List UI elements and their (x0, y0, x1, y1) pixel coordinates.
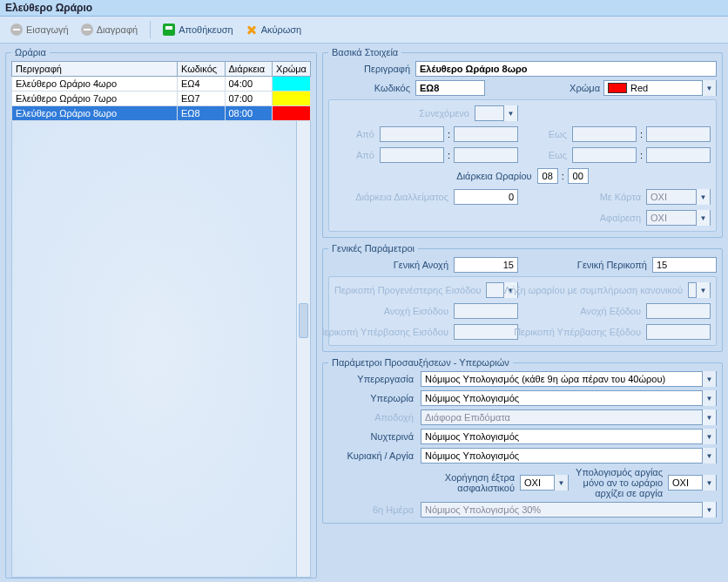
lbl-schedend: Λήξη ωραρίου με συμπλήρωση κανονικού (504, 285, 683, 295)
cancel-button[interactable]: Ακύρωση (240, 22, 307, 37)
cut-input[interactable] (652, 257, 717, 273)
cancel-label: Ακύρωση (261, 24, 302, 35)
col-desc[interactable]: Περιγραφή (12, 62, 178, 77)
cell-code: ΕΩ4 (177, 77, 225, 91)
lbl-from1: Από (356, 129, 374, 139)
grid-scrollbar[interactable] (297, 121, 311, 578)
dur-h[interactable] (537, 168, 558, 184)
cell-desc: Ελεύθερο Ωράριο 4ωρο (12, 77, 178, 91)
delete-button[interactable]: Διαγραφή (76, 22, 144, 37)
break-input[interactable] (454, 189, 518, 205)
lbl-card: Με Κάρτα (600, 192, 641, 202)
xorigisi-combo[interactable]: ΟΧΙ▼ (520, 475, 569, 491)
cell-desc: Ελεύθερο Ωράριο 7ωρο (12, 91, 178, 106)
overout-input (646, 324, 711, 340)
schedules-legend: Ωράρια (11, 47, 50, 58)
save-label: Αποθήκευση (179, 24, 233, 35)
lbl-overout: Περικοπή Υπέρβασης Εξόδου (514, 327, 641, 337)
lbl-overin: Περικοπή Υπέρβασης Εισόδου (322, 327, 448, 337)
schedend-combo: ▼ (688, 282, 711, 298)
col-color[interactable]: Χρώμα (273, 62, 311, 77)
col-code[interactable]: Κωδικός (177, 62, 225, 77)
save-button[interactable]: Αποθήκευση (158, 22, 238, 37)
lbl-outtol: Ανοχή Εξόδου (580, 306, 641, 316)
subtract-combo: ΟΧΙ▼ (646, 210, 711, 226)
desc-input[interactable] (415, 61, 717, 77)
grid-empty-area (11, 121, 297, 578)
insert-button[interactable]: Εισαγωγή (5, 22, 74, 37)
insert-label: Εισαγωγή (26, 24, 69, 35)
toolbar: Εισαγωγή Διαγραφή Αποθήκευση Ακύρωση (0, 17, 728, 44)
yperoria-combo[interactable]: Νόμιμος Υπολογισμός▼ (421, 390, 717, 406)
continuous-combo: ▼ (475, 105, 518, 121)
lbl-to1: Εως (549, 129, 567, 139)
color-swatch (608, 83, 627, 93)
window-title: Ελεύθερο Ωράριο (0, 0, 728, 17)
general-legend: Γενικές Παράμετροι (328, 243, 418, 254)
cell-code: ΕΩ8 (177, 106, 225, 121)
lbl-duration: Διάρκεια Ωραρίου (456, 171, 531, 181)
minus-icon (81, 24, 93, 36)
cell-color (273, 106, 311, 121)
table-row[interactable]: Ελεύθερο Ωράριο 8ωροΕΩ808:00 (12, 106, 311, 121)
tolerance-input[interactable] (454, 257, 518, 273)
from2-m (454, 147, 518, 163)
lbl-nyxterina: Νυχτερινά (328, 431, 415, 442)
ypologismos-argias-combo[interactable]: ΟΧΙ▼ (668, 475, 717, 491)
yperergasia-combo[interactable]: Νόμιμος Υπολογισμός (κάθε 9η ώρα πέραν τ… (421, 371, 717, 387)
lbl-xorigisi: Χορήγηση έξτρα ασφαλιστικού (421, 472, 516, 493)
lbl-ypologismos-argias: Υπολογισμός αργίας μόνο αν το ωράριο αρχ… (572, 467, 664, 498)
basic-legend: Βασικά Στοιχεία (328, 47, 401, 58)
nyxterina-combo[interactable]: Νόμιμος Υπολογισμός▼ (421, 429, 717, 444)
lbl-from2: Από (356, 150, 374, 160)
lbl-kyriaki: Κυριακή / Αργία (328, 450, 415, 461)
cell-dur: 07:00 (225, 91, 273, 106)
table-row[interactable]: Ελεύθερο Ωράριο 7ωροΕΩ707:00 (12, 91, 311, 106)
lbl-day6: 6η Ημέρα (328, 504, 415, 515)
lbl-apodoxi: Αποδοχή (328, 412, 415, 423)
schedules-group: Ωράρια Περιγραφή Κωδικός Διάρκεια Χρώμα … (5, 47, 317, 579)
lbl-earlyin: Περικοπή Προγενέστερης Εισόδου (334, 285, 481, 295)
overtime-group: Παράμετροι Προσαυξήσεων - Υπερωριών Υπερ… (322, 357, 723, 524)
cell-dur: 08:00 (225, 106, 273, 121)
save-icon (163, 24, 175, 36)
from1-h (380, 126, 444, 142)
lbl-subtract: Αφαίρεση (600, 213, 641, 223)
apodoxi-combo: Διάφορα Επιδόματα▼ (421, 409, 717, 425)
col-dur[interactable]: Διάρκεια (225, 62, 273, 77)
code-input[interactable] (415, 80, 485, 96)
day6-combo: Νόμιμος Υπολογισμός 30%▼ (421, 502, 717, 518)
cell-color (273, 91, 311, 106)
separator (150, 21, 151, 38)
lbl-intol: Ανοχή Εισόδου (384, 306, 448, 316)
lbl-tolerance: Γενική Ανοχή (394, 260, 448, 270)
chevron-down-icon: ▼ (702, 80, 716, 96)
basic-group: Βασικά Στοιχεία Περιγραφή Κωδικός Χρώμα … (322, 47, 723, 238)
color-combo[interactable]: Red ▼ (603, 80, 717, 96)
delete-label: Διαγραφή (97, 24, 138, 35)
outtol-input (646, 303, 711, 319)
lbl-color: Χρώμα (570, 83, 600, 93)
to2-h (572, 147, 637, 163)
lbl-continuous: Συνεχόμενο (419, 108, 469, 118)
dur-m[interactable] (568, 168, 589, 184)
kyriaki-combo[interactable]: Νόμιμος Υπολογισμός▼ (421, 448, 717, 464)
lbl-cut: Γενική Περικοπή (577, 260, 647, 270)
lbl-yperoria: Υπερωρία (328, 393, 415, 403)
lbl-break: Διάρκεια Διαλλείματος (355, 192, 448, 202)
table-row[interactable]: Ελεύθερο Ωράριο 4ωροΕΩ404:00 (12, 77, 311, 91)
color-name: Red (630, 83, 698, 93)
intol-input (454, 303, 518, 319)
lbl-yperergasia: Υπερεργασία (328, 374, 415, 384)
lbl-code: Κωδικός (328, 83, 410, 93)
to1-m (646, 126, 711, 142)
to1-h (572, 126, 637, 142)
overin-input (454, 324, 518, 340)
lbl-to2: Εως (549, 150, 567, 160)
general-group: Γενικές Παράμετροι Γενική Ανοχή Γενική Π… (322, 243, 723, 352)
minus-icon (10, 24, 23, 36)
schedules-table[interactable]: Περιγραφή Κωδικός Διάρκεια Χρώμα Ελεύθερ… (11, 61, 311, 121)
to2-m (646, 147, 711, 163)
cell-code: ΕΩ7 (177, 91, 225, 106)
cancel-icon (246, 24, 258, 36)
